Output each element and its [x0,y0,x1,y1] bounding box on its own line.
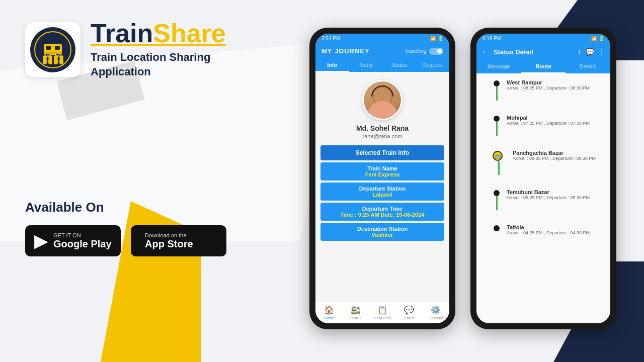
phone1-content: Md. Sohel Rana rana@rana.com Selected Tr… [315,72,449,302]
app-title-part2: Share [153,19,226,48]
back-icon[interactable]: ← [481,47,490,56]
tab-route-p2[interactable]: Route [521,60,566,73]
phones-area: 3:54 PM 📶 🔋 MY JOURNEY Travelling Info R… [282,28,644,359]
svg-point-15 [54,55,58,59]
svg-rect-4 [44,52,62,54]
user-name: Md. Sohel Rana [356,124,409,132]
message-icon[interactable]: 💬 [586,48,594,56]
travelling-label: Travelling [405,48,426,54]
tab-status[interactable]: Status [382,59,416,72]
route-stop-3: 🚌 Panchgachia Bazar Arrival : 06:25 PM ,… [493,150,604,189]
phone2-status-bar: 6:18 PM 📶 🔋 [476,34,610,43]
dot-area-2 [493,116,501,136]
tab-details[interactable]: Details [566,60,610,73]
phone1-frame: 3:54 PM 📶 🔋 MY JOURNEY Travelling Info R… [309,28,455,329]
dot-area-4 [493,190,501,210]
stop-info-2: Mohipal Arrival : 07:25 PM , Departure :… [507,115,604,126]
stop-info-1: West Rampur Arrival : 08:25 PM , Departu… [507,79,604,90]
avatar-img [364,81,401,119]
dot-area-5 [493,225,501,231]
destination-station-row: Destination Station Vashkor [320,223,444,241]
dot-area-3: 🚌 [493,151,505,175]
google-play-badge[interactable]: ▶ GET IT ON Google Play [25,225,121,256]
logo-svg [33,30,73,70]
tab-request[interactable]: Request [416,59,450,72]
tab-route[interactable]: Route [349,59,383,72]
svg-point-14 [48,55,52,59]
app-title: TrainShare [91,20,226,46]
dot-area-1 [493,80,501,101]
train-info-header: Selected Train Info [320,145,444,160]
google-play-icon: ▶ [34,230,48,251]
stop-info-5: Taltola Arrival : 04:25 PM , Departure :… [507,224,604,235]
departure-time-row: Departure Time Time : 9:25 AM Date: 19-0… [320,203,444,221]
stop-dot-1 [494,80,500,86]
nav-status[interactable]: 🚉 Status [342,302,369,323]
phone1-time: 3:54 PM [321,36,340,41]
app-title-part1: Train [91,19,153,48]
route-stops: West Rampur Arrival : 08:25 PM , Departu… [482,79,604,235]
train-info-section: Selected Train Info Train Name Feni Expr… [320,145,444,243]
svg-point-13 [43,55,47,59]
departure-station-row: Departure Station Lalpool [320,183,444,201]
travelling-toggle[interactable] [429,48,443,55]
phone2-tabs: Message Route Details [476,60,610,73]
phone2-time: 6:18 PM [482,36,501,41]
status-icon: 🚉 [351,305,361,315]
logo-area: TrainShare Train Location Sharing Applic… [25,20,257,79]
more-icon[interactable]: ⋮ [598,48,605,56]
stop-info-3: Panchgachia Bazar Arrival : 06:25 PM , D… [513,150,604,161]
stop-dot-current: 🚌 [493,151,503,161]
route-stop-5: Taltola Arrival : 04:25 PM , Departure :… [493,224,604,235]
phone2-screen: 6:18 PM 📶 🔋 ← Status Detail + 💬 ⋮ Messag… [476,34,610,323]
user-email: rana@rana.com [362,133,402,139]
requests-icon: 📋 [377,305,387,315]
user-avatar [362,80,403,120]
nav-chats[interactable]: 💬 Chats [396,302,423,323]
app-store-badge[interactable]: Download on the App Store [131,225,226,256]
nav-requests[interactable]: 📋 Requests [369,302,395,323]
phone1-status-icons: 📶 🔋 [430,36,443,41]
phone1-header-right: Travelling [405,48,443,55]
svg-point-16 [59,55,63,59]
logo-circle [25,22,80,77]
nav-settings[interactable]: ⚙️ Settings [423,302,449,323]
route-line-4 [496,196,498,210]
home-icon: 🏠 [324,305,334,315]
phone2-header: ← Status Detail + 💬 ⋮ [476,43,610,60]
stop-dot-2 [494,116,500,122]
store-badges: ▶ GET IT ON Google Play Download on the … [25,225,257,256]
phone1-header: MY JOURNEY Travelling [315,43,449,59]
chats-icon: 💬 [404,305,414,315]
app-store-text: Download on the App Store [145,232,193,249]
app-subtitle: Train Location Sharing Application [91,50,226,79]
route-stop-2: Mohipal Arrival : 07:25 PM , Departure :… [493,115,604,150]
phone1-status-bar: 3:54 PM 📶 🔋 [315,34,449,43]
phone2-title: Status Detail [494,48,574,56]
route-line-2 [496,122,498,136]
stop-info-4: Temuhuni Bazar Arrival : 05:25 PM , Depa… [507,189,604,200]
stop-dot-5 [494,225,500,231]
tab-message[interactable]: Message [476,60,521,73]
train-name-row: Train Name Feni Express [320,162,444,180]
google-play-text: GET IT ON Google Play [53,232,112,249]
route-stop-4: Temuhuni Bazar Arrival : 05:25 PM , Depa… [493,189,604,224]
phone1-title: MY JOURNEY [321,47,370,55]
svg-rect-2 [46,46,51,50]
route-line-3 [498,161,500,175]
phone2-status-icons: 📶 🔋 [591,36,604,41]
route-line-1 [496,86,498,101]
tab-info[interactable]: Info [315,59,349,72]
phone1-screen: 3:54 PM 📶 🔋 MY JOURNEY Travelling Info R… [315,34,449,323]
route-stop-1: West Rampur Arrival : 08:25 PM , Departu… [493,79,604,115]
add-icon[interactable]: + [578,48,582,56]
svg-rect-3 [55,46,60,50]
left-panel: TrainShare Train Location Sharing Applic… [0,0,282,362]
phone2-content: West Rampur Arrival : 08:25 PM , Departu… [476,73,610,323]
phone2-header-icons: + 💬 ⋮ [578,48,605,56]
stop-dot-4 [494,190,500,196]
phone1-bottom-nav: 🏠 Home 🚉 Status 📋 Requests 💬 Chats ⚙️ [315,302,449,323]
logo-inner [30,27,75,72]
available-on-label: Available On [25,200,257,215]
nav-home[interactable]: 🏠 Home [315,302,342,323]
